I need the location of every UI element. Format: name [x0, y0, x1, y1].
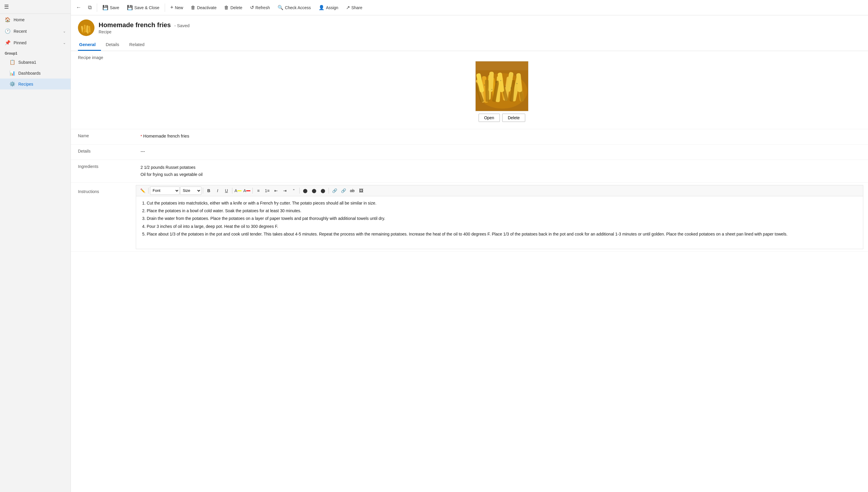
highlight-icon: A [235, 188, 237, 193]
ingredients-value: 2 1/2 pounds Russet potatoes Oil for fry… [136, 160, 868, 182]
toolbar-separator [97, 3, 97, 12]
save-close-icon: 💾 [127, 5, 133, 10]
record-title-area: Homemade french fries - Saved Recipe [99, 21, 190, 34]
unlink-button[interactable]: 🔗 [339, 187, 347, 195]
eraser-button[interactable]: ✏️ [139, 187, 147, 195]
toolbar-sep [299, 188, 300, 194]
recent-icon: 🕐 [5, 28, 10, 34]
sidebar-item-recent[interactable]: 🕐 Recent ⌄ [0, 25, 71, 37]
sidebar-header: ☰ [0, 0, 71, 14]
align-center-button[interactable]: ⬤ [310, 187, 318, 195]
recipe-image-svg [476, 62, 529, 111]
sidebar-item-pinned[interactable]: 📌 Pinned ⌄ [0, 37, 71, 48]
record-type: Recipe [99, 29, 190, 34]
hamburger-icon[interactable]: ☰ [4, 3, 9, 10]
chevron-down-icon: ⌄ [63, 41, 66, 45]
assign-icon: 👤 [318, 5, 324, 10]
tab-related[interactable]: Related [128, 39, 150, 51]
numbered-list-button[interactable]: 1≡ [263, 187, 271, 195]
back-button[interactable]: ← [73, 2, 84, 13]
bullet-list-button[interactable]: ≡ [254, 187, 263, 195]
chevron-down-icon: ⌄ [63, 29, 66, 33]
bold-button[interactable]: B [204, 187, 213, 195]
deactivate-button[interactable]: 🗑 Deactivate [187, 3, 220, 12]
image-open-button[interactable]: Open [479, 114, 500, 122]
sidebar-item-home[interactable]: 🏠 Home [0, 14, 71, 25]
record-header: Homemade french fries - Saved Recipe [71, 15, 868, 39]
svg-point-0 [78, 20, 95, 36]
instructions-content[interactable]: Cut the potatoes into matchsticks, eithe… [136, 196, 863, 249]
strikethrough-button[interactable]: ab [348, 187, 356, 195]
main-content: ← ⧉ 💾 Save 💾 Save & Close + New 🗑 Deacti… [71, 0, 868, 492]
underline-button[interactable]: U [222, 187, 231, 195]
assign-button[interactable]: 👤 Assign [315, 3, 342, 12]
size-select[interactable]: Size [180, 187, 201, 195]
check-access-button[interactable]: 🔍 Check Access [274, 3, 314, 12]
sidebar-item-label: Dashboards [18, 71, 41, 76]
image-row: Recipe image [71, 51, 868, 129]
image-delete-button[interactable]: Delete [502, 114, 525, 122]
open-record-button[interactable]: ⧉ [85, 2, 95, 13]
svg-rect-37 [476, 62, 529, 70]
link-button[interactable]: 🔗 [330, 187, 339, 195]
avatar-image [78, 20, 95, 36]
align-left-icon: ⬤ [303, 188, 308, 193]
refresh-button[interactable]: ↺ Refresh [246, 3, 273, 12]
svg-point-35 [501, 80, 501, 81]
instruction-item-1: Cut the potatoes into matchsticks, eithe… [147, 200, 858, 206]
sidebar: ☰ 🏠 Home 🕐 Recent ⌄ 📌 Pinned ⌄ Group1 📋 … [0, 0, 71, 492]
blockquote-button[interactable]: " [290, 187, 298, 195]
align-right-button[interactable]: ⬤ [319, 187, 327, 195]
svg-point-31 [496, 82, 497, 83]
required-star: * [141, 134, 142, 139]
avatar [78, 20, 95, 36]
sidebar-item-dashboards[interactable]: 📊 Dashboards [0, 68, 71, 78]
rich-text-toolbar: ✏️ Font Size B I U A [136, 185, 863, 196]
instructions-row: Instructions ✏️ Font Size B I [71, 183, 868, 252]
save-close-button[interactable]: 💾 Save & Close [123, 3, 163, 12]
share-button[interactable]: ↗ Share [342, 3, 366, 12]
font-color-button[interactable]: A [243, 187, 251, 195]
toolbar-sep [203, 188, 203, 194]
check-access-icon: 🔍 [278, 5, 284, 10]
increase-indent-button[interactable]: ⇥ [281, 187, 289, 195]
font-select[interactable]: Font [150, 187, 179, 195]
save-button[interactable]: 💾 Save [99, 3, 123, 12]
sidebar-item-recipes[interactable]: ⚙️ Recipes [0, 78, 71, 90]
decrease-indent-button[interactable]: ⇤ [272, 187, 280, 195]
image-insert-button[interactable]: 🖼 [357, 187, 365, 195]
sidebar-item-label: Recent [14, 29, 27, 34]
ingredients-label: Ingredients [71, 160, 136, 173]
refresh-icon: ↺ [250, 5, 254, 10]
toolbar-sep [252, 188, 253, 194]
subarea-icon: 📋 [9, 59, 15, 65]
image-section: Open Delete [141, 55, 863, 125]
italic-button[interactable]: I [214, 187, 222, 195]
details-row: Details --- [71, 145, 868, 160]
tab-general[interactable]: General [78, 39, 101, 51]
recipes-icon: ⚙️ [9, 81, 15, 87]
delete-button[interactable]: 🗑 Delete [220, 3, 246, 12]
sidebar-item-subarea1[interactable]: 📋 Subarea1 [0, 57, 71, 68]
dashboard-icon: 📊 [9, 70, 15, 76]
highlight-button[interactable]: A [234, 187, 242, 195]
image-label: Recipe image [71, 51, 136, 64]
instruction-item-2: Place the potatoes in a bowl of cold wat… [147, 207, 858, 214]
home-icon: 🏠 [5, 17, 10, 22]
instruction-item-4: Pour 3 inches of oil into a large, deep … [147, 223, 858, 230]
sidebar-item-label: Home [14, 18, 24, 22]
link-icon: 🔗 [332, 188, 337, 193]
sidebar-item-label: Recipes [18, 82, 33, 87]
align-right-icon: ⬤ [321, 188, 326, 193]
instruction-item-3: Drain the water from the potatoes. Place… [147, 215, 858, 222]
sidebar-item-label: Subarea1 [18, 60, 36, 65]
new-button[interactable]: + New [167, 3, 187, 13]
strikethrough-icon: ab [350, 188, 355, 193]
image-buttons: Open Delete [479, 114, 526, 122]
decrease-indent-icon: ⇤ [274, 188, 278, 193]
align-center-icon: ⬤ [312, 188, 316, 193]
font-color-icon: A [243, 188, 246, 193]
instruction-item-5: Place about 1/3 of the potatoes in the p… [147, 231, 858, 237]
align-left-button[interactable]: ⬤ [301, 187, 309, 195]
tab-details[interactable]: Details [104, 39, 125, 51]
